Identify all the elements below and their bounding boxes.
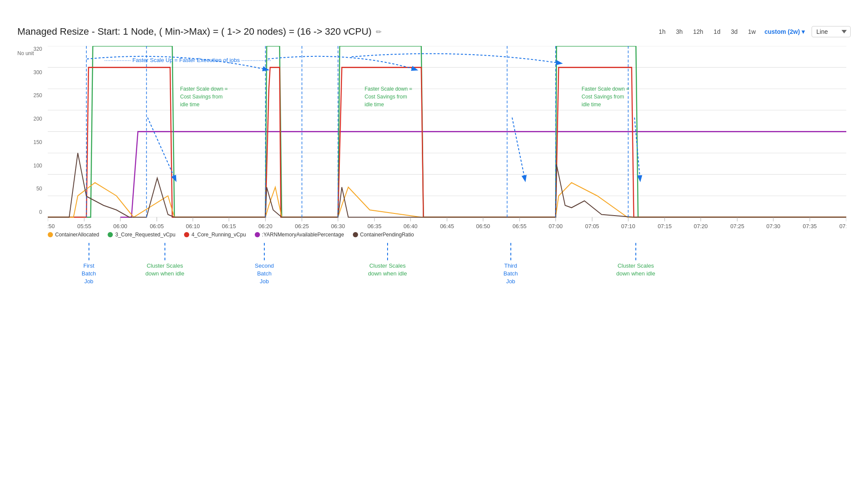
- legend-dot-yarn-memory: [255, 232, 260, 237]
- svg-text:07:40: 07:40: [839, 223, 846, 228]
- svg-text:06:35: 06:35: [368, 223, 381, 228]
- chart-wrapper: No unit 320 300 250 200 150 100 50 0: [17, 46, 851, 228]
- svg-text:07:00: 07:00: [549, 223, 562, 228]
- svg-text:07:10: 07:10: [621, 223, 635, 228]
- y-tick-50: 50: [36, 186, 42, 192]
- svg-text:06:15: 06:15: [222, 223, 236, 228]
- title-area: Managed Resize - Start: 1 Node, ( Min->M…: [17, 26, 381, 37]
- dashed-line-5: [510, 243, 511, 260]
- legend-label-container-pending: ContainerPendingRatio: [360, 232, 414, 238]
- time-btn-3h[interactable]: 3h: [674, 27, 684, 36]
- annotation-label-second-batch: SecondBatchJob: [255, 262, 274, 286]
- time-btn-3d[interactable]: 3d: [729, 27, 740, 36]
- legend-label-yarn-memory: :YARNMemoryAvailablePercentage: [262, 232, 344, 238]
- legend-label-core-running: 4_Core_Running_vCpu: [191, 232, 246, 238]
- svg-text:05:55: 05:55: [77, 223, 91, 228]
- legend-dot-core-requested: [108, 232, 113, 237]
- svg-text:07:20: 07:20: [694, 223, 708, 228]
- annotation-scale-down-3: Cluster Scalesdown when idle: [616, 243, 655, 278]
- header-row: Managed Resize - Start: 1 Node, ( Min->M…: [17, 26, 851, 37]
- time-btn-1h[interactable]: 1h: [657, 27, 667, 36]
- time-btn-1w[interactable]: 1w: [746, 27, 758, 36]
- legend-row: ContainerAllocated 3_Core_Requested_vCpu…: [17, 232, 851, 238]
- dashed-line-1: [89, 243, 89, 260]
- svg-text:06:20: 06:20: [258, 223, 272, 228]
- bottom-annotations: FirstBatchJob Cluster Scalesdown when id…: [17, 243, 851, 295]
- controls-area: 1h 3h 12h 1d 3d 1w custom (2w) ▾ Line Ba…: [657, 26, 851, 37]
- legend-core-requested: 3_Core_Requested_vCpu: [108, 232, 175, 238]
- time-btn-12h[interactable]: 12h: [691, 27, 705, 36]
- scale-down-annotation-1: Faster Scale down =Cost Savings fromidle…: [180, 85, 228, 108]
- svg-text:06:05: 06:05: [150, 223, 164, 228]
- legend-yarn-memory: :YARNMemoryAvailablePercentage: [255, 232, 344, 238]
- svg-text:07:15: 07:15: [658, 223, 671, 228]
- time-btn-custom[interactable]: custom (2w) ▾: [764, 28, 805, 35]
- legend-dot-core-running: [184, 232, 189, 237]
- svg-text:06:00: 06:00: [113, 223, 127, 228]
- legend-dot-container-allocated: [48, 232, 53, 237]
- annotation-label-first-batch: FirstBatchJob: [82, 262, 96, 286]
- svg-text:06:50: 06:50: [476, 223, 490, 228]
- y-tick-150: 150: [33, 139, 42, 145]
- dashed-line-4: [387, 243, 388, 260]
- annotation-second-batch: SecondBatchJob: [255, 243, 274, 286]
- svg-text:06:40: 06:40: [404, 223, 418, 228]
- chart-svg: 05:50 05:55 06:00 06:05 06:10 06:15 06:2…: [48, 46, 846, 228]
- svg-text:07:30: 07:30: [766, 223, 780, 228]
- annotation-first-batch: FirstBatchJob: [82, 243, 96, 286]
- annotation-third-batch: ThirdBatchJob: [503, 243, 518, 286]
- svg-text:06:45: 06:45: [440, 223, 454, 228]
- svg-text:06:30: 06:30: [331, 223, 345, 228]
- page-title: Managed Resize - Start: 1 Node, ( Min->M…: [17, 26, 372, 37]
- dashed-line-3: [264, 243, 265, 260]
- svg-text:07:35: 07:35: [803, 223, 817, 228]
- y-tick-250: 250: [33, 92, 42, 98]
- svg-text:07:25: 07:25: [730, 223, 744, 228]
- annotation-scale-down-2: Cluster Scalesdown when idle: [368, 243, 407, 278]
- dashed-line-6: [635, 243, 636, 260]
- chart-area: 05:50 05:55 06:00 06:05 06:10 06:15 06:2…: [48, 46, 846, 228]
- legend-label-container-allocated: ContainerAllocated: [55, 232, 99, 238]
- annotation-scale-down-1: Cluster Scalesdown when idle: [145, 243, 184, 278]
- legend-core-running: 4_Core_Running_vCpu: [184, 232, 246, 238]
- annotation-label-third-batch: ThirdBatchJob: [503, 262, 518, 286]
- y-tick-200: 200: [33, 116, 42, 122]
- svg-text:06:55: 06:55: [513, 223, 526, 228]
- scale-down-annotation-3: Faster Scale down =Cost Savings fromidle…: [582, 85, 629, 108]
- annotation-label-scale-down-1: Cluster Scalesdown when idle: [145, 262, 184, 278]
- annotation-label-scale-down-2: Cluster Scalesdown when idle: [368, 262, 407, 278]
- legend-container-allocated: ContainerAllocated: [48, 232, 99, 238]
- y-tick-300: 300: [33, 69, 42, 75]
- svg-text:06:10: 06:10: [186, 223, 200, 228]
- edit-icon[interactable]: ✏: [376, 28, 381, 36]
- scale-down-annotation-2: Faster Scale down =Cost Savings fromidle…: [365, 85, 412, 108]
- svg-text:05:50: 05:50: [48, 223, 55, 228]
- y-axis: 320 300 250 200 150 100 50 0: [17, 46, 46, 215]
- svg-text:07:05: 07:05: [585, 223, 599, 228]
- legend-dot-container-pending: [353, 232, 358, 237]
- annotation-label-scale-down-3: Cluster Scalesdown when idle: [616, 262, 655, 278]
- chart-type-select[interactable]: Line Bar Area: [812, 26, 851, 37]
- y-tick-320: 320: [33, 46, 42, 52]
- time-btn-1d[interactable]: 1d: [712, 27, 722, 36]
- svg-text:06:25: 06:25: [295, 223, 309, 228]
- faster-scale-up-annotation: ················· Faster Scale Up = Fast…: [104, 57, 271, 63]
- dashed-line-2: [164, 243, 165, 260]
- y-tick-100: 100: [33, 163, 42, 169]
- legend-label-core-requested: 3_Core_Requested_vCpu: [115, 232, 175, 238]
- legend-container-pending: ContainerPendingRatio: [353, 232, 414, 238]
- y-tick-0: 0: [39, 209, 42, 215]
